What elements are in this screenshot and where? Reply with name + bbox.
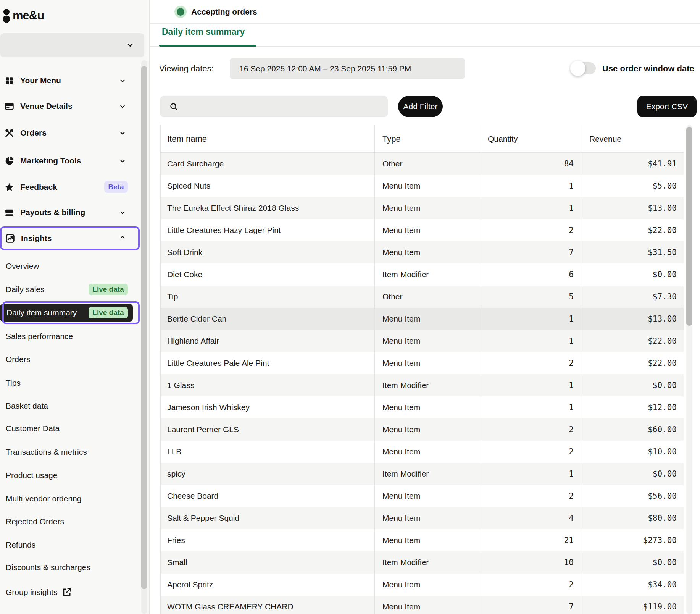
- payouts-icon: [5, 208, 14, 217]
- sidebar-scrollbar-thumb[interactable]: [141, 66, 147, 589]
- sidebar-item-insights[interactable]: Insights: [0, 226, 140, 250]
- sidebar-item-daily-item-summary[interactable]: Daily item summary Live data: [0, 304, 133, 322]
- sidebar-item-basket-data[interactable]: Basket data: [0, 397, 137, 414]
- pie-chart-icon: [5, 156, 14, 166]
- chevron-down-icon: [119, 209, 126, 216]
- table-row[interactable]: Aperol SpritzMenu Item2$34.00: [161, 574, 684, 596]
- table-row[interactable]: Jameson Irish WhiskeyMenu Item1$12.00: [161, 396, 684, 418]
- column-header-item-name[interactable]: Item name: [161, 125, 375, 152]
- external-link-icon: [62, 587, 72, 597]
- chevron-down-icon: [119, 78, 126, 84]
- meandu-logo: me&u: [3, 8, 44, 23]
- sidebar: me&u Your Menu Venue Details Orders Mark…: [0, 0, 150, 614]
- chevron-up-icon: [119, 234, 126, 241]
- table-row[interactable]: WOTM Glass CREAMERY CHARDMenu Item7$119.…: [161, 596, 684, 614]
- table-row[interactable]: Salt & Pepper SquidMenu Item4$80.00: [161, 507, 684, 529]
- live-data-badge: Live data: [89, 307, 128, 318]
- table-row[interactable]: The Eureka Effect Shiraz 2018 GlassMenu …: [161, 197, 684, 219]
- insights-chart-icon: [5, 234, 15, 243]
- toggle-knob: [570, 61, 585, 76]
- sidebar-item-orders[interactable]: Orders: [0, 124, 150, 142]
- table-row[interactable]: TipOther5$7.30: [161, 286, 684, 308]
- add-filter-button[interactable]: Add Filter: [398, 96, 443, 117]
- table-row[interactable]: Card SurchargeOther84$41.91: [161, 153, 684, 175]
- main-content: Accepting orders Daily item summary View…: [150, 0, 700, 614]
- venue-select[interactable]: [0, 33, 144, 57]
- status-dot-icon: [174, 6, 187, 18]
- logo-text: me&u: [13, 9, 44, 23]
- sidebar-item-refunds[interactable]: Refunds: [0, 536, 137, 553]
- sidebar-item-overview[interactable]: Overview: [0, 258, 137, 275]
- chevron-down-icon: [119, 103, 126, 110]
- sidebar-item-product-usage[interactable]: Product usage: [0, 467, 137, 484]
- chevron-down-icon: [119, 130, 126, 137]
- table-row[interactable]: spicyItem Modifier1$0.00: [161, 463, 684, 485]
- tab-daily-item-summary[interactable]: Daily item summary: [162, 27, 245, 37]
- search-icon: [169, 102, 178, 111]
- table-row[interactable]: Highland AffairMenu Item1$22.00: [161, 330, 684, 352]
- table-row[interactable]: LLBMenu Item2$10.00: [161, 441, 684, 463]
- sidebar-item-your-menu[interactable]: Your Menu: [0, 71, 150, 90]
- live-data-badge: Live data: [89, 284, 128, 295]
- table-header-row: Item name Type Quantity Revenue: [161, 125, 684, 153]
- logo-dots-icon: [3, 8, 11, 23]
- sidebar-item-sales-performance[interactable]: Sales performance: [0, 328, 137, 345]
- star-icon: [5, 183, 14, 192]
- grid-icon: [5, 76, 14, 86]
- column-header-type[interactable]: Type: [375, 125, 481, 152]
- sidebar-item-daily-sales[interactable]: Daily salesLive data: [0, 281, 137, 298]
- date-range-value: 16 Sep 2025 12:00 AM – 23 Sep 2025 11:59…: [239, 64, 411, 73]
- card-icon: [5, 102, 14, 111]
- chevron-down-icon: [126, 41, 134, 49]
- sidebar-item-multi-vendor-ordering[interactable]: Multi-vendor ordering: [0, 490, 137, 507]
- viewing-dates-label: Viewing dates:: [159, 58, 214, 79]
- sidebar-item-tips[interactable]: Tips: [0, 375, 137, 391]
- status-label: Accepting orders: [191, 7, 257, 16]
- date-range-input[interactable]: 16 Sep 2025 12:00 AM – 23 Sep 2025 11:59…: [230, 58, 465, 79]
- table-row[interactable]: Laurent Perrier GLSMenu Item2$60.00: [161, 418, 684, 441]
- status-bar: Accepting orders: [150, 0, 700, 24]
- column-header-quantity[interactable]: Quantity: [481, 125, 581, 152]
- sidebar-item-venue-details[interactable]: Venue Details: [0, 97, 150, 115]
- table-row[interactable]: Cheese BoardMenu Item2$56.00: [161, 485, 684, 507]
- export-csv-button[interactable]: Export CSV: [637, 96, 697, 117]
- utensils-icon: [5, 128, 14, 138]
- table-row[interactable]: Soft DrinkMenu Item7$31.50: [161, 241, 684, 263]
- order-window-toggle[interactable]: [571, 62, 596, 74]
- beta-badge: Beta: [104, 181, 128, 193]
- sidebar-item-group-insights[interactable]: Group insights: [0, 584, 137, 601]
- table-row-hovered[interactable]: Bertie Cider CanMenu Item1$13.00: [161, 308, 684, 330]
- table-scrollbar-thumb[interactable]: [686, 127, 692, 326]
- table-row[interactable]: Diet CokeItem Modifier6$0.00: [161, 263, 684, 286]
- table-row[interactable]: Little Creatures Hazy Lager PintMenu Ite…: [161, 219, 684, 241]
- sidebar-item-payouts-billing[interactable]: Payouts & billing: [0, 203, 150, 221]
- table-row[interactable]: Little Creatures Pale Ale PintMenu Item2…: [161, 352, 684, 374]
- sidebar-item-discounts-surcharges[interactable]: Discounts & surcharges: [0, 559, 137, 576]
- chevron-down-icon: [119, 158, 126, 165]
- sidebar-item-transactions-metrics[interactable]: Transactions & metrics: [0, 444, 137, 460]
- sidebar-item-feedback[interactable]: Feedback Beta: [0, 178, 150, 196]
- sidebar-item-customer-data[interactable]: Customer Data: [0, 420, 137, 437]
- column-header-revenue[interactable]: Revenue: [581, 125, 684, 152]
- sidebar-item-marketing-tools[interactable]: Marketing Tools: [0, 152, 150, 170]
- sidebar-item-rejected-orders[interactable]: Rejected Orders: [0, 513, 137, 530]
- table-row[interactable]: Spiced NutsMenu Item1$5.00: [161, 175, 684, 197]
- sidebar-item-orders-insights[interactable]: Orders: [0, 351, 137, 368]
- order-window-label: Use order window date: [602, 58, 694, 79]
- table-row[interactable]: 1 GlassItem Modifier1$0.00: [161, 374, 684, 396]
- active-tab-indicator: [159, 45, 256, 47]
- table-row[interactable]: FriesMenu Item21$273.00: [161, 529, 684, 551]
- items-table: Item name Type Quantity Revenue Card Sur…: [160, 125, 684, 614]
- search-input[interactable]: [183, 96, 383, 118]
- table-row[interactable]: SmallItem Modifier10$0.00: [161, 551, 684, 574]
- search-box: [160, 96, 388, 117]
